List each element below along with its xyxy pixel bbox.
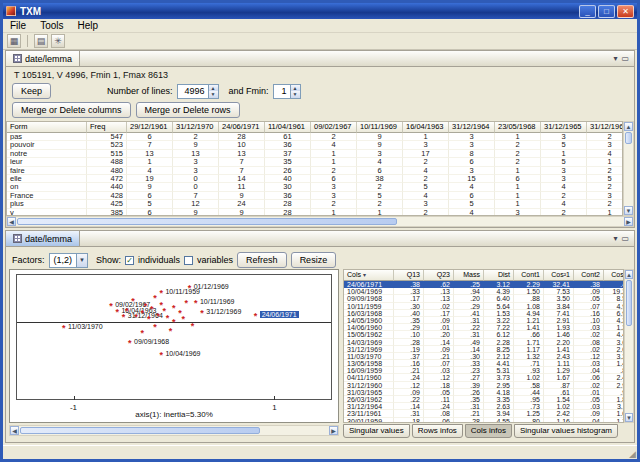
value-cell[interactable]: .28 xyxy=(394,339,424,346)
value-cell[interactable]: 3.73 xyxy=(484,374,514,381)
value-cell[interactable]: .09 xyxy=(424,317,454,324)
value-cell[interactable]: .38 xyxy=(394,281,424,288)
value-cell[interactable]: 6.40 xyxy=(484,295,514,302)
fmin-stepper[interactable]: 1 ▲▼ xyxy=(273,84,301,99)
value-cell[interactable]: 32.41 xyxy=(544,281,574,288)
value-cell[interactable]: .04 xyxy=(574,418,604,423)
value-cell[interactable]: .07 xyxy=(574,303,604,310)
column-header[interactable]: Cont1 xyxy=(514,270,544,281)
date-cell[interactable]: 24/06/1971 xyxy=(344,281,394,288)
value-cell[interactable]: .22 xyxy=(454,324,484,331)
value-cell[interactable]: 1.41 xyxy=(544,346,574,353)
data-point[interactable]: * xyxy=(141,311,145,315)
value-cell[interactable]: .61 xyxy=(544,389,574,396)
scrollbar-thumb[interactable] xyxy=(17,218,397,225)
panel-menu-icon[interactable]: ▾ xyxy=(613,54,617,63)
value-cell[interactable]: .02 xyxy=(574,331,604,338)
minimize-icon[interactable]: _ xyxy=(579,5,596,18)
tab-date-lemma-ca[interactable]: date/lemma xyxy=(6,231,80,246)
value-cell[interactable]: 19.29 xyxy=(604,288,624,295)
scroll-down-icon[interactable]: ▼ xyxy=(624,206,633,215)
panel-maximize-icon[interactable]: ▭ xyxy=(621,234,629,243)
value-cell[interactable]: .03 xyxy=(574,403,604,410)
value-cell[interactable]: .33 xyxy=(394,288,424,295)
value-cell[interactable]: .14 xyxy=(394,403,424,410)
scroll-down-icon[interactable]: ▼ xyxy=(625,413,633,422)
value-cell[interactable]: .09 xyxy=(424,346,454,353)
scroll-up-icon[interactable]: ▲ xyxy=(624,122,633,131)
value-cell[interactable]: .35 xyxy=(394,317,424,324)
value-cell[interactable]: .05 xyxy=(574,295,604,302)
value-cell[interactable]: .17 xyxy=(424,310,454,317)
value-cell[interactable]: 8.52 xyxy=(604,295,624,302)
column-header[interactable]: Q13 xyxy=(394,270,424,281)
value-cell[interactable]: 1.76 xyxy=(604,418,624,423)
menu-help[interactable]: Help xyxy=(70,20,105,31)
value-cell[interactable]: .02 xyxy=(424,303,454,310)
value-cell[interactable]: .09 xyxy=(574,288,604,295)
view-tab-singular-values-histogram[interactable]: Singular values histogram xyxy=(514,424,618,438)
value-cell[interactable]: 3.61 xyxy=(604,339,624,346)
value-cell[interactable]: .42 xyxy=(604,281,624,288)
value-cell[interactable]: 5.64 xyxy=(484,303,514,310)
data-point[interactable]: * xyxy=(172,306,176,310)
menu-file[interactable]: File xyxy=(3,20,33,31)
column-header[interactable]: 10/11/1969 xyxy=(357,122,403,133)
data-point[interactable]: * xyxy=(134,315,138,319)
value-cell[interactable]: 7.53 xyxy=(544,288,574,295)
chart-icon[interactable]: ✳ xyxy=(51,34,65,48)
data-point[interactable]: * xyxy=(144,304,148,308)
value-cell[interactable]: .21 xyxy=(394,367,424,374)
data-point[interactable]: * xyxy=(166,316,170,320)
value-cell[interactable]: 3.11 xyxy=(604,403,624,410)
value-cell[interactable]: .26 xyxy=(454,389,484,396)
data-point[interactable]: * xyxy=(62,326,66,330)
merge-rows-button[interactable]: Merge or Delete rows xyxy=(136,102,240,118)
value-cell[interactable]: .66 xyxy=(514,331,544,338)
value-cell[interactable]: .31 xyxy=(394,410,424,417)
value-cell[interactable]: .93 xyxy=(514,367,544,374)
column-header[interactable]: 31/12/1970 xyxy=(173,122,219,133)
date-cell[interactable]: 31/03/1965 xyxy=(344,389,394,396)
value-cell[interactable]: .88 xyxy=(604,367,624,374)
value-cell[interactable]: .29 xyxy=(454,303,484,310)
column-header[interactable]: Dist xyxy=(484,270,514,281)
data-point[interactable]: * xyxy=(191,324,195,328)
value-cell[interactable]: 1.02 xyxy=(514,374,544,381)
merge-columns-button[interactable]: Merge or Delete columns xyxy=(12,102,131,118)
value-cell[interactable]: .87 xyxy=(544,382,574,389)
value-cell[interactable]: .12 xyxy=(394,382,424,389)
panel-maximize-icon[interactable]: ▭ xyxy=(621,54,629,63)
value-cell[interactable]: .73 xyxy=(514,403,544,410)
resize-grip[interactable]: ◢ xyxy=(629,449,636,459)
value-cell[interactable]: 2.12 xyxy=(484,353,514,360)
refresh-button[interactable]: Refresh xyxy=(237,252,287,268)
value-cell[interactable]: .06 xyxy=(574,374,604,381)
chevron-down-icon[interactable]: ▼ xyxy=(76,254,87,267)
value-cell[interactable]: 1.29 xyxy=(544,367,574,374)
value-cell[interactable]: .03 xyxy=(574,324,604,331)
value-cell[interactable]: 2.28 xyxy=(484,339,514,346)
value-cell[interactable]: 1.17 xyxy=(514,346,544,353)
date-cell[interactable]: 31/12/1960 xyxy=(344,382,394,389)
value-cell[interactable]: .28 xyxy=(454,418,484,423)
column-header[interactable]: 11/04/1961 xyxy=(265,122,311,133)
value-cell[interactable]: .10 xyxy=(394,331,424,338)
value-cell[interactable]: .23 xyxy=(454,367,484,374)
value-cell[interactable]: .22 xyxy=(394,396,424,403)
value-cell[interactable]: .14 xyxy=(454,346,484,353)
plot-horizontal-scrollbar[interactable]: ◀ ▶ xyxy=(9,425,339,436)
value-cell[interactable]: .40 xyxy=(394,310,424,317)
value-cell[interactable]: 6.92 xyxy=(604,310,624,317)
value-cell[interactable]: 7.22 xyxy=(484,324,514,331)
value-cell[interactable]: .80 xyxy=(514,418,544,423)
data-point[interactable]: * xyxy=(172,320,176,324)
value-cell[interactable]: 2.91 xyxy=(544,317,574,324)
value-cell[interactable]: 1.41 xyxy=(514,324,544,331)
data-point[interactable]: * xyxy=(159,353,163,357)
value-cell[interactable]: .94 xyxy=(454,288,484,295)
scroll-left-icon[interactable]: ◀ xyxy=(7,217,16,226)
value-cell[interactable]: 3.84 xyxy=(544,303,574,310)
scroll-right-icon[interactable]: ▶ xyxy=(329,426,338,435)
value-cell[interactable]: 2.90 xyxy=(604,382,624,389)
